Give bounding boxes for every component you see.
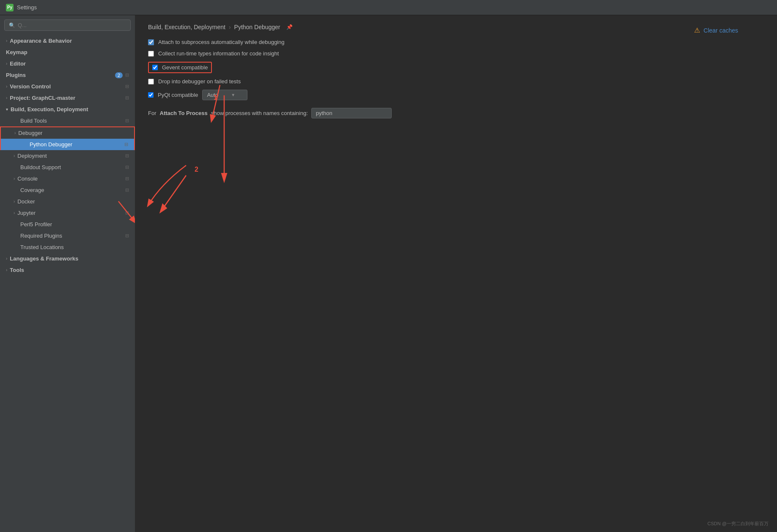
checkbox-collect-runtime-label: Collect run-time types information for c…: [158, 50, 279, 57]
checkbox-collect-runtime[interactable]: [148, 51, 154, 57]
checkbox-gevent[interactable]: [152, 65, 158, 70]
sidebar-label-keymap: Keymap: [6, 49, 129, 55]
sidebar-label-tools: Tools: [10, 267, 129, 273]
sidebar-item-keymap[interactable]: Keymap: [0, 47, 135, 58]
title-bar: Py Settings: [0, 0, 777, 15]
sidebar-item-languages[interactable]: ›Languages & Frameworks: [0, 253, 135, 264]
checkbox-drop-debugger[interactable]: [148, 79, 154, 85]
sidebar-item-docker[interactable]: ›Docker: [0, 196, 135, 207]
clear-caches-button[interactable]: ⚠ Clear caches: [689, 24, 743, 37]
settings-icon-version-control[interactable]: ⊟: [125, 84, 129, 89]
sidebar-label-console: Console: [17, 176, 125, 182]
settings-icon-jupyter[interactable]: ⊟: [125, 210, 129, 216]
sidebar-item-jupyter[interactable]: ›Jupyter⊟: [0, 207, 135, 219]
pin-icon: 📌: [286, 24, 293, 30]
sidebar-label-plugins: Plugins: [6, 72, 115, 78]
sidebar-item-build-exec[interactable]: ▾Build, Execution, Deployment: [0, 104, 135, 115]
sidebar-label-jupyter: Jupyter: [17, 210, 125, 216]
sidebar-item-buildout-support[interactable]: Buildout Support⊟: [0, 162, 135, 173]
attach-bold-label: Attach To Process: [160, 110, 208, 116]
chevron-icon: ›: [14, 176, 15, 181]
sidebar-item-build-tools[interactable]: Build Tools⊟: [0, 115, 135, 126]
sidebar-item-deployment[interactable]: ›Deployment⊟: [0, 150, 135, 162]
breadcrumb: Build, Execution, Deployment › Python De…: [148, 24, 764, 30]
settings-icon-required-plugins[interactable]: ⊟: [125, 233, 129, 239]
checkbox-attach-subprocess-label: Attach to subprocess automatically while…: [158, 39, 284, 45]
sidebar-item-plugins[interactable]: Plugins2⊟: [0, 69, 135, 81]
nav-list: ›Appearance & BehaviorKeymap›EditorPlugi…: [0, 35, 135, 276]
chevron-icon: ›: [6, 84, 7, 89]
attach-label: For: [148, 110, 156, 116]
sidebar-label-trusted-locations: Trusted Locations: [20, 244, 129, 250]
search-icon: 🔍: [9, 22, 15, 28]
breadcrumb-current: Python Debugger: [234, 24, 280, 30]
chevron-icon: ›: [14, 131, 16, 135]
checkbox-drop-debugger-label: Drop into debugger on failed tests: [158, 78, 241, 85]
main-layout: 🔍 ›Appearance & BehaviorKeymap›EditorPlu…: [0, 15, 777, 532]
checkbox-pyqt[interactable]: [148, 92, 154, 98]
pyqt-dropdown-value: Auto: [207, 92, 218, 98]
settings-section: Attach to subprocess automatically while…: [148, 39, 764, 118]
sidebar-label-languages: Languages & Frameworks: [10, 255, 129, 262]
gevent-row: Gevent compatible: [148, 62, 212, 73]
clear-caches-label: Clear caches: [703, 27, 738, 34]
dropdown-arrow-icon: ▼: [231, 93, 235, 97]
attach-suffix: show processes with names containing:: [211, 110, 308, 116]
pyqt-dropdown[interactable]: Auto ▼: [202, 90, 247, 100]
breadcrumb-parent: Build, Execution, Deployment: [148, 24, 225, 30]
search-input[interactable]: [18, 22, 126, 28]
breadcrumb-separator: ›: [229, 24, 231, 30]
sidebar-label-python-debugger: Python Debugger: [30, 141, 124, 148]
settings-icon-console[interactable]: ⊟: [125, 176, 129, 181]
warning-icon: ⚠: [694, 26, 700, 34]
settings-icon-coverage[interactable]: ⊟: [125, 187, 129, 193]
sidebar-label-deployment: Deployment: [17, 153, 125, 159]
sidebar-item-perl5-profiler[interactable]: Perl5 Profiler: [0, 219, 135, 230]
checkbox-attach-subprocess[interactable]: [148, 39, 154, 45]
checkbox-row-4: Drop into debugger on failed tests: [148, 78, 764, 85]
search-box[interactable]: 🔍: [4, 19, 131, 31]
sidebar-item-required-plugins[interactable]: Required Plugins⊟: [0, 230, 135, 241]
sidebar-item-coverage[interactable]: Coverage⊟: [0, 184, 135, 196]
checkbox-gevent-label: Gevent compatible: [162, 64, 208, 71]
content-panel: Build, Execution, Deployment › Python De…: [135, 15, 777, 532]
attach-process-input[interactable]: [311, 108, 392, 118]
watermark: CSDN @一穷二白到年薪百万: [708, 521, 769, 527]
chevron-icon: ›: [14, 154, 15, 158]
sidebar-label-buildout-support: Buildout Support: [20, 164, 125, 170]
chevron-icon: ›: [6, 61, 7, 66]
sidebar-item-project[interactable]: ›Project: GraphCL-master⊟: [0, 92, 135, 104]
sidebar: 🔍 ›Appearance & BehaviorKeymap›EditorPlu…: [0, 15, 135, 532]
svg-line-2: [161, 176, 186, 212]
sidebar-label-build-tools: Build Tools: [20, 118, 125, 124]
sidebar-label-build-exec: Build, Execution, Deployment: [11, 106, 129, 112]
sidebar-item-tools[interactable]: ›Tools: [0, 264, 135, 276]
sidebar-item-debugger[interactable]: ›Debugger: [0, 126, 135, 139]
chevron-icon: ▾: [6, 107, 8, 112]
sidebar-item-trusted-locations[interactable]: Trusted Locations: [0, 241, 135, 253]
sidebar-item-python-debugger[interactable]: Python Debugger⊟: [0, 139, 135, 150]
sidebar-item-editor[interactable]: ›Editor: [0, 58, 135, 69]
settings-icon-deployment[interactable]: ⊟: [125, 153, 129, 159]
sidebar-item-version-control[interactable]: ›Version Control⊟: [0, 81, 135, 92]
pyqt-row: PyQt compatible Auto ▼: [148, 90, 764, 100]
settings-icon-buildout-support[interactable]: ⊟: [125, 165, 129, 170]
sidebar-label-debugger: Debugger: [18, 130, 128, 136]
settings-icon-build-tools[interactable]: ⊟: [125, 118, 129, 123]
chevron-icon: ›: [14, 199, 15, 204]
sidebar-label-editor: Editor: [10, 60, 129, 67]
app-icon: Py: [6, 4, 14, 11]
sidebar-label-project: Project: GraphCL-master: [10, 95, 125, 101]
sidebar-item-console[interactable]: ›Console⊟: [0, 173, 135, 184]
chevron-icon: ›: [6, 256, 7, 261]
checkbox-pyqt-label: PyQt compatible: [158, 92, 198, 98]
chevron-icon: ›: [6, 38, 7, 43]
sidebar-label-required-plugins: Required Plugins: [20, 233, 125, 239]
settings-icon-python-debugger[interactable]: ⊟: [124, 142, 128, 147]
sidebar-item-appearance[interactable]: ›Appearance & Behavior: [0, 35, 135, 47]
settings-icon-project[interactable]: ⊟: [125, 95, 129, 101]
sidebar-label-perl5-profiler: Perl5 Profiler: [20, 221, 129, 228]
settings-icon-plugins[interactable]: ⊟: [125, 72, 129, 78]
window-title: Settings: [17, 4, 37, 11]
chevron-icon: ›: [6, 268, 7, 272]
